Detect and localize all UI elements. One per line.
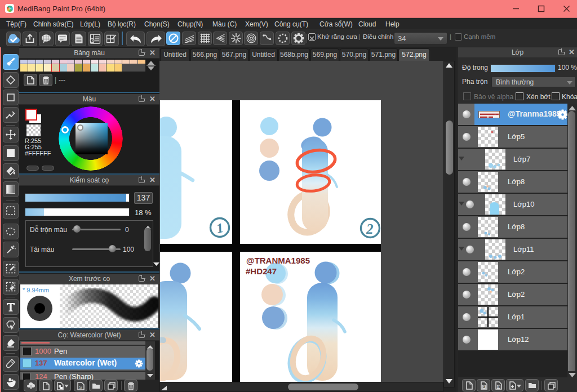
svg-text:S: S [79, 385, 82, 390]
svg-text:#HD247: #HD247 [246, 266, 277, 276]
svg-text:1: 1 [215, 220, 225, 236]
svg-text:@TRANMA1985: @TRANMA1985 [246, 256, 310, 265]
svg-text:2: 2 [366, 221, 374, 237]
